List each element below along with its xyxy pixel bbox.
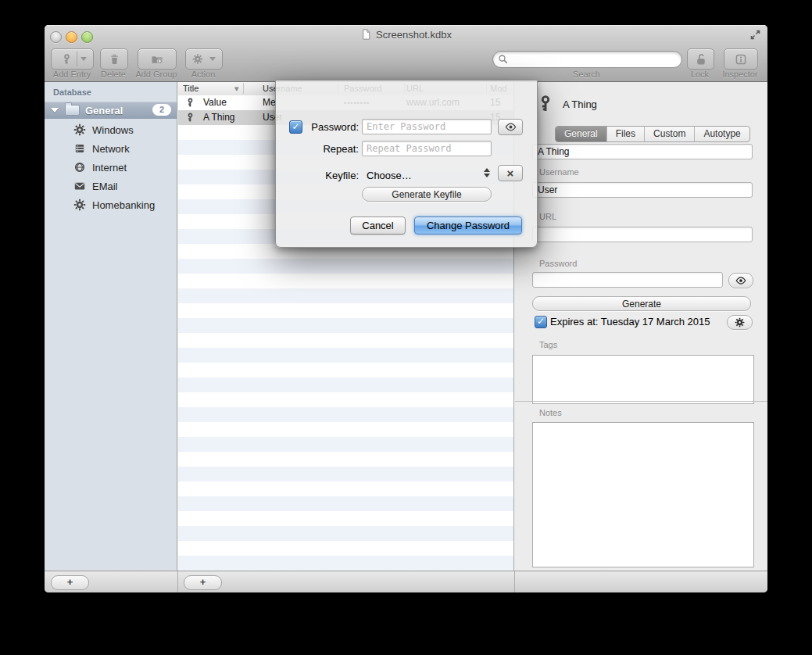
window-title: Screenshot.kdbx bbox=[45, 28, 767, 41]
generate-password-button[interactable]: Generate bbox=[532, 296, 751, 311]
change-password-button[interactable]: Change Password bbox=[414, 217, 522, 234]
inspector-divider bbox=[515, 401, 767, 402]
cell-title: A Thing bbox=[203, 112, 234, 123]
expires-checkbox[interactable]: ✓ bbox=[535, 316, 547, 328]
notes-input[interactable] bbox=[532, 422, 754, 567]
gear-icon bbox=[73, 123, 86, 136]
chevron-down-icon bbox=[80, 57, 87, 61]
gear-icon bbox=[735, 317, 745, 328]
add-group-label: Add Group bbox=[131, 70, 182, 79]
sheet-password-input[interactable] bbox=[362, 119, 492, 134]
tags-input[interactable] bbox=[532, 355, 754, 404]
sidebar-section-header: Database bbox=[53, 88, 91, 97]
sidebar-item-label: Network bbox=[92, 143, 130, 155]
inspector-tabs: General Files Custom Autotype bbox=[555, 126, 750, 142]
reveal-password-button[interactable] bbox=[728, 273, 753, 288]
column-header-title[interactable]: Title bbox=[183, 84, 199, 93]
username-field[interactable] bbox=[532, 182, 753, 198]
gear-icon bbox=[73, 199, 86, 211]
folder-icon bbox=[65, 105, 80, 116]
delete-label: Delete bbox=[93, 70, 134, 79]
tags-label: Tags bbox=[539, 340, 557, 349]
title-field[interactable] bbox=[532, 144, 753, 159]
inspector-button[interactable] bbox=[724, 48, 758, 70]
cancel-button[interactable]: Cancel bbox=[350, 217, 406, 234]
password-label: Password bbox=[539, 259, 577, 268]
search-label: Search bbox=[492, 70, 681, 79]
gear-icon bbox=[192, 53, 203, 65]
add-group-button[interactable] bbox=[138, 48, 177, 70]
inspector-panel: A Thing General Files Custom Autotype Us… bbox=[515, 82, 767, 571]
add-entry-label: Add Entry bbox=[48, 70, 96, 79]
notes-label: Notes bbox=[539, 408, 562, 417]
clear-keyfile-button[interactable]: × bbox=[498, 165, 523, 181]
inspector-label: Inspector bbox=[717, 70, 764, 79]
username-label: Username bbox=[539, 167, 579, 177]
tab-files[interactable]: Files bbox=[607, 127, 645, 141]
chevron-down-icon bbox=[209, 57, 216, 61]
trash-icon bbox=[109, 53, 120, 66]
sidebar-item-email[interactable]: EMail bbox=[45, 177, 177, 195]
tab-custom[interactable]: Custom bbox=[645, 127, 695, 141]
action-button[interactable] bbox=[185, 48, 223, 70]
stepper-icon[interactable] bbox=[484, 168, 490, 177]
lock-button[interactable] bbox=[687, 48, 714, 70]
keyfile-popup[interactable]: Choose… bbox=[367, 170, 412, 181]
sort-indicator-icon: ▾ bbox=[234, 84, 239, 94]
window-chrome: Screenshot.kdbx Add Entry Delete Add Gro… bbox=[45, 25, 767, 82]
cell-username: Me bbox=[263, 97, 276, 108]
sheet-keyfile-label: Keyfile: bbox=[304, 170, 359, 181]
entry-count-badge: 2 bbox=[152, 104, 171, 116]
cell-title: Value bbox=[203, 97, 227, 108]
fullscreen-icon[interactable] bbox=[749, 29, 761, 41]
search-field[interactable] bbox=[492, 51, 682, 68]
password-checkbox[interactable]: ✓ bbox=[289, 120, 302, 134]
app-window: Screenshot.kdbx Add Entry Delete Add Gro… bbox=[45, 25, 767, 592]
add-entry-dropdown[interactable] bbox=[77, 52, 90, 66]
sheet-password-label: Password: bbox=[304, 121, 359, 133]
sidebar-item-network[interactable]: Network bbox=[45, 140, 177, 157]
server-icon bbox=[73, 142, 86, 155]
key-icon bbox=[61, 53, 73, 66]
lock-open-icon bbox=[695, 53, 707, 66]
sidebar-item-label: EMail bbox=[92, 181, 118, 192]
sheet-reveal-password-button[interactable] bbox=[498, 119, 523, 135]
add-entry-button[interactable] bbox=[51, 48, 94, 70]
sidebar: Database General 2 Windows Network bbox=[45, 82, 177, 571]
password-field[interactable] bbox=[532, 272, 723, 288]
folder-plus-icon bbox=[151, 53, 163, 66]
url-label: URL bbox=[539, 212, 556, 221]
expires-options-button[interactable] bbox=[727, 315, 753, 330]
delete-button[interactable] bbox=[100, 48, 128, 70]
sheet-repeat-input[interactable] bbox=[362, 141, 492, 156]
search-icon bbox=[498, 54, 509, 65]
sidebar-item-label: Internet bbox=[92, 162, 127, 174]
sidebar-item-internet[interactable]: Internet bbox=[45, 159, 177, 176]
sidebar-group-general[interactable]: General 2 bbox=[45, 102, 177, 119]
expires-label: Expires at: Tuesday 17 March 2015 bbox=[550, 316, 710, 328]
key-icon bbox=[185, 97, 195, 109]
sidebar-group-label: General bbox=[85, 105, 123, 116]
inspector-entry-title: A Thing bbox=[563, 98, 597, 110]
bottom-bar: + + bbox=[45, 571, 767, 592]
add-group-footer-button[interactable]: + bbox=[51, 575, 89, 590]
info-icon bbox=[735, 53, 747, 66]
desktop: Screenshot.kdbx Add Entry Delete Add Gro… bbox=[0, 0, 812, 655]
envelope-icon bbox=[73, 180, 86, 192]
sidebar-item-homebanking[interactable]: Homebanking bbox=[45, 196, 177, 213]
globe-icon bbox=[73, 161, 86, 174]
sheet-repeat-label: Repeat: bbox=[304, 143, 359, 155]
disclosure-triangle-icon[interactable] bbox=[51, 108, 59, 113]
add-entry-footer-button[interactable]: + bbox=[184, 575, 222, 590]
tab-autotype[interactable]: Autotype bbox=[695, 127, 749, 141]
action-label: Action bbox=[185, 70, 221, 79]
tab-general[interactable]: General bbox=[556, 127, 607, 141]
change-password-sheet: ✓ Password: Repeat: Keyfile: Choose… × G… bbox=[275, 81, 538, 248]
eye-icon bbox=[735, 275, 746, 286]
search-input[interactable] bbox=[510, 52, 678, 66]
url-field[interactable] bbox=[532, 227, 753, 242]
key-icon bbox=[536, 90, 555, 118]
document-icon bbox=[360, 28, 372, 41]
sidebar-item-windows[interactable]: Windows bbox=[45, 121, 177, 138]
generate-keyfile-button[interactable]: Generate Keyfile bbox=[362, 187, 492, 202]
